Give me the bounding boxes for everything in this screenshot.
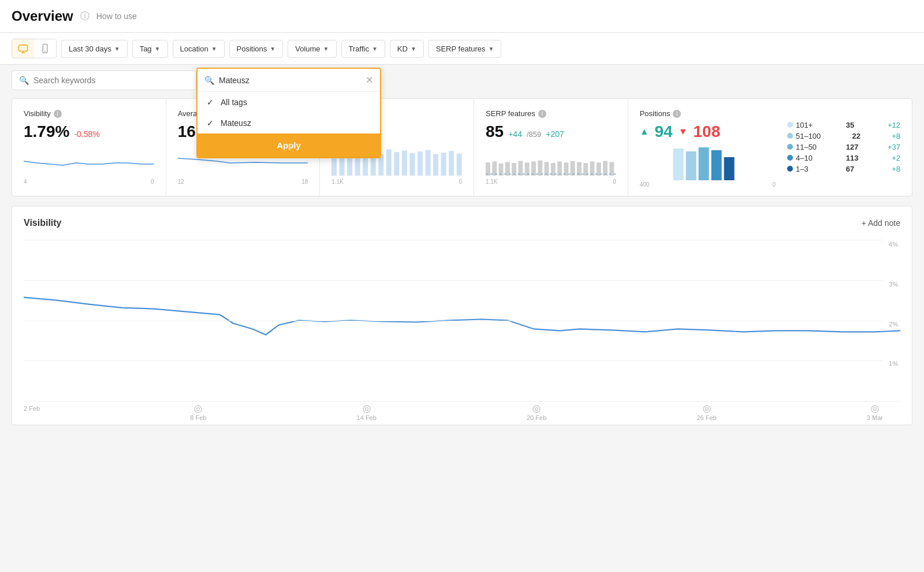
tag-search-clear-button[interactable]: ✕ — [366, 75, 373, 86]
tag-apply-button[interactable]: Apply — [198, 133, 380, 157]
svg-rect-29 — [531, 161, 536, 176]
chevron-down-icon: ▼ — [372, 46, 378, 52]
svg-rect-0 — [19, 45, 28, 51]
tag-checkbox-mateusz: ✓ — [206, 118, 215, 128]
svg-rect-13 — [394, 152, 400, 176]
date-range-button[interactable]: Last 30 days ▼ — [61, 40, 128, 58]
serp-info-icon[interactable]: i — [538, 110, 546, 118]
svg-rect-14 — [402, 150, 407, 176]
visibility-mini-chart: 40 — [24, 147, 154, 176]
svg-rect-21 — [457, 154, 462, 176]
search-icon: 🔍 — [204, 76, 214, 85]
svg-rect-36 — [577, 162, 582, 176]
svg-rect-17 — [426, 150, 431, 176]
add-note-button[interactable]: + Add note — [862, 218, 900, 228]
positions-legend: 101+ 35 +12 51–100 22 +8 11–50 127 +37 4… — [787, 109, 900, 188]
svg-rect-43 — [673, 148, 683, 180]
chevron-down-icon: ▼ — [211, 46, 217, 52]
positions-filter-button[interactable]: Positions ▼ — [229, 40, 284, 58]
search-input[interactable] — [33, 76, 189, 85]
search-bar-row: 🔍 🔍 ✕ ✓ All tags ✓ Mateusz Apply — [12, 65, 912, 96]
x-label-3mar: 3 Mar — [867, 405, 883, 421]
chart-grid — [24, 240, 883, 401]
svg-rect-30 — [538, 161, 542, 176]
svg-point-56 — [871, 406, 878, 413]
tag-search-input[interactable] — [219, 76, 361, 85]
visibility-chart-section: Visibility + Add note 4% 3% 2% 1% — [12, 206, 912, 425]
svg-point-48 — [195, 406, 202, 413]
chevron-down-icon: ▼ — [270, 46, 275, 52]
svg-rect-27 — [518, 161, 523, 176]
svg-rect-31 — [545, 162, 549, 176]
svg-rect-47 — [724, 157, 734, 180]
svg-rect-46 — [711, 150, 721, 180]
search-icon: 🔍 — [19, 76, 29, 85]
device-toggle — [12, 39, 57, 58]
svg-point-50 — [363, 406, 370, 413]
x-label-2feb: 2 Feb — [24, 405, 40, 421]
svg-point-53 — [535, 408, 538, 411]
svg-rect-45 — [698, 147, 709, 180]
gear-icon[interactable] — [871, 405, 879, 413]
location-filter-button[interactable]: Location ▼ — [173, 40, 225, 58]
serp-features-filter-button[interactable]: SERP features ▼ — [429, 40, 502, 58]
visibility-chart-area: 4% 3% 2% 1% — [24, 240, 900, 402]
svg-rect-18 — [433, 154, 438, 176]
positions-card: Positions i ▲ 94 ▼ 108 — [628, 99, 912, 196]
svg-rect-15 — [410, 153, 415, 176]
visibility-card: Visibility i 1.79% -0.58% 40 — [12, 99, 166, 196]
visibility-info-icon[interactable]: i — [54, 110, 62, 118]
desktop-icon — [18, 43, 28, 54]
positions-bar-chart — [640, 146, 776, 180]
pos-legend-row-51: 51–100 22 +8 — [787, 132, 900, 140]
main-content: 🔍 🔍 ✕ ✓ All tags ✓ Mateusz Apply — [0, 65, 924, 425]
mobile-icon — [40, 43, 50, 54]
svg-rect-23 — [492, 161, 497, 176]
tag-dropdown-search: 🔍 ✕ — [198, 69, 380, 92]
gear-icon[interactable] — [703, 405, 711, 413]
x-label-26feb: 26 Feb — [696, 405, 716, 421]
tag-filter-button[interactable]: Tag ▼ — [132, 40, 168, 58]
gear-icon[interactable] — [532, 405, 541, 413]
positions-info-icon[interactable]: i — [673, 110, 681, 118]
gear-icon[interactable] — [194, 405, 202, 413]
svg-rect-33 — [557, 161, 562, 176]
svg-rect-41 — [609, 162, 614, 176]
gear-icon[interactable] — [363, 405, 371, 413]
kd-filter-button[interactable]: KD ▼ — [390, 40, 424, 58]
svg-rect-40 — [603, 161, 608, 176]
tag-dropdown: 🔍 ✕ ✓ All tags ✓ Mateusz Apply — [196, 68, 381, 158]
svg-rect-25 — [505, 162, 510, 176]
volume-filter-button[interactable]: Volume ▼ — [288, 40, 336, 58]
tag-option-mateusz[interactable]: ✓ Mateusz — [198, 113, 380, 133]
pos-legend-row-11: 11–50 127 +37 — [787, 143, 900, 151]
svg-rect-19 — [441, 153, 446, 176]
how-to-use-button[interactable]: How to use — [96, 12, 137, 21]
svg-point-57 — [873, 408, 876, 411]
stats-row: Visibility i 1.79% -0.58% 40 Average Pos… — [12, 98, 912, 196]
svg-rect-12 — [386, 150, 392, 176]
chart-header: Visibility + Add note — [24, 218, 900, 228]
chevron-down-icon: ▼ — [323, 46, 329, 52]
svg-point-52 — [533, 406, 540, 413]
svg-rect-35 — [571, 161, 575, 176]
svg-point-54 — [703, 406, 710, 413]
pos-legend-row-101: 101+ 35 +12 — [787, 121, 900, 129]
svg-rect-9 — [363, 157, 368, 176]
svg-rect-16 — [418, 151, 423, 176]
x-label-20feb: 20 Feb — [527, 405, 546, 421]
svg-rect-7 — [347, 156, 352, 176]
traffic-filter-button[interactable]: Traffic ▼ — [341, 40, 385, 58]
mobile-device-button[interactable] — [34, 39, 56, 58]
toolbar: Last 30 days ▼ Tag ▼ Location ▼ Position… — [0, 33, 924, 65]
desktop-device-button[interactable] — [12, 39, 34, 58]
svg-rect-38 — [590, 161, 595, 176]
svg-rect-20 — [449, 151, 454, 176]
svg-point-55 — [705, 408, 708, 411]
tag-checkbox-all-tags: ✓ — [206, 98, 215, 107]
chevron-down-icon: ▼ — [155, 46, 161, 52]
serp-features-card: SERP features i 85 +44 /859 +207 — [474, 99, 628, 196]
tag-option-all-tags[interactable]: ✓ All tags — [198, 92, 380, 113]
x-label-14feb: 14 Feb — [357, 405, 377, 421]
svg-rect-44 — [685, 151, 696, 180]
